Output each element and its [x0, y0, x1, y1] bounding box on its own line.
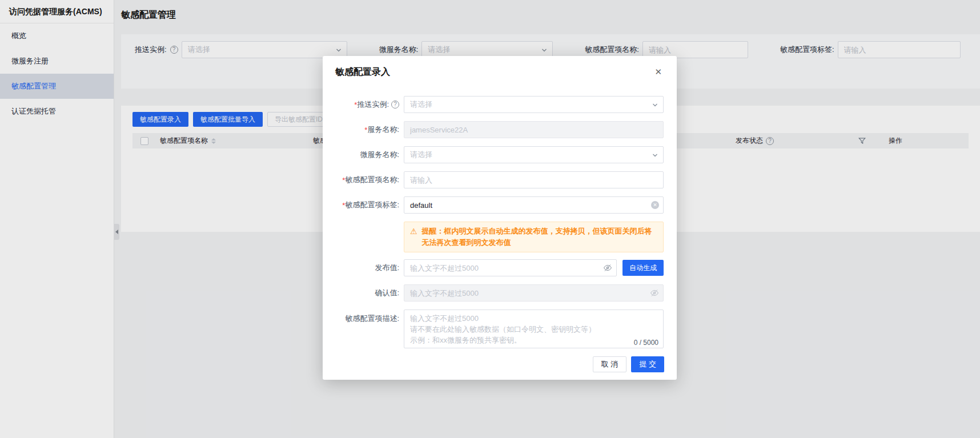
form-row-push-instance: 推送实例: 请选择 [323, 96, 677, 113]
config-name-label: 敏感配置项名称: [323, 175, 404, 185]
publish-value-field [404, 259, 617, 276]
modal-header: 敏感配置录入 ✕ [323, 56, 677, 79]
form-row-service-name: 服务名称: [323, 121, 677, 138]
sensitive-config-entry-modal: 敏感配置录入 ✕ 推送实例: 请选择 服务名称: [323, 56, 677, 380]
help-icon [391, 101, 399, 109]
description-textarea[interactable] [404, 310, 663, 348]
config-tag-input[interactable] [404, 196, 664, 214]
submit-button[interactable]: 提 交 [631, 356, 664, 372]
clear-icon[interactable] [651, 201, 659, 209]
modal-push-instance-select[interactable]: 请选择 [404, 96, 664, 113]
microservice-name-label: 微服务名称: [323, 150, 404, 160]
confirm-value-input [404, 284, 664, 302]
auto-generate-button[interactable]: 自动生成 [622, 260, 664, 276]
char-counter: 0 / 5000 [634, 339, 658, 347]
warning-icon: ⚠ [410, 226, 417, 248]
eye-off-icon [650, 288, 659, 298]
select-placeholder: 请选择 [410, 150, 432, 160]
field-label: 敏感配置项名称: [345, 175, 399, 185]
service-name-input [404, 121, 664, 138]
form-row-publish-value: 发布值: 自动生成 [323, 259, 677, 276]
warning-text: 提醒：框内明文展示自动生成的发布值，支持拷贝，但该页面关闭后将无法再次查看到明文… [422, 226, 656, 248]
field-label: 敏感配置项标签: [345, 200, 399, 210]
modal-title: 敏感配置录入 [335, 66, 390, 78]
field-label: 发布值: [375, 263, 399, 273]
cancel-button[interactable]: 取 消 [593, 356, 627, 372]
field-label: 微服务名称: [360, 150, 399, 160]
form-row-microservice-name: 微服务名称: 请选择 [323, 146, 677, 163]
screen: 访问凭据管理服务(ACMS) 概览 微服务注册 敏感配置管理 认证凭据托管 敏感… [0, 0, 980, 438]
select-placeholder: 请选择 [410, 99, 432, 110]
field-label: 推送实例: [357, 99, 389, 110]
modal-body: 推送实例: 请选择 服务名称: [323, 79, 677, 348]
field-label: 服务名称: [367, 124, 399, 135]
config-tag-label: 敏感配置项标签: [323, 200, 404, 210]
modal-footer: 取 消 提 交 [323, 356, 677, 372]
config-name-input[interactable] [404, 171, 664, 188]
warning-banner: ⚠ 提醒：框内明文展示自动生成的发布值，支持拷贝，但该页面关闭后将无法再次查看到… [404, 222, 664, 252]
chevron-down-icon [652, 102, 658, 108]
eye-off-icon[interactable] [603, 263, 612, 272]
modal-microservice-select[interactable]: 请选择 [404, 146, 664, 163]
confirm-value-label: 确认值: [323, 288, 404, 298]
close-icon[interactable]: ✕ [653, 66, 663, 77]
form-row-config-tag: 敏感配置项标签: [323, 196, 677, 214]
publish-value-input[interactable] [404, 259, 617, 276]
field-label: 敏感配置项描述: [345, 314, 399, 324]
chevron-down-icon [652, 152, 658, 158]
service-name-label: 服务名称: [323, 124, 404, 135]
form-row-confirm-value: 确认值: [323, 284, 677, 302]
description-label: 敏感配置项描述: [323, 310, 404, 324]
form-row-description: 敏感配置项描述: 输入文字不超过5000 请不要在此处输入敏感数据（如口令明文、… [323, 310, 677, 348]
form-row-config-name: 敏感配置项名称: [323, 171, 677, 188]
confirm-value-field [404, 284, 664, 302]
push-instance-label: 推送实例: [323, 99, 404, 110]
field-label: 确认值: [375, 288, 399, 298]
publish-value-label: 发布值: [323, 263, 404, 273]
description-field: 输入文字不超过5000 请不要在此处输入敏感数据（如口令明文、密钥明文等） 示例… [404, 310, 664, 348]
